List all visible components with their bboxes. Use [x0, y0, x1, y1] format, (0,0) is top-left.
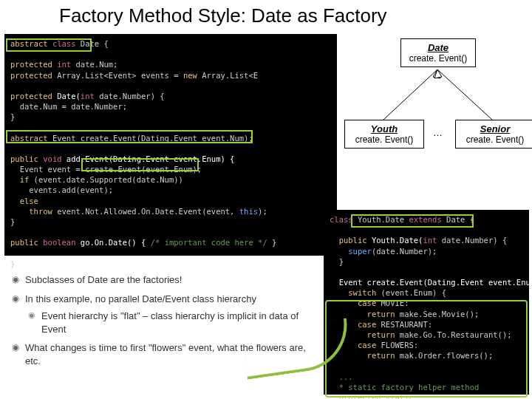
- uml-class-name: Youth: [345, 123, 423, 134]
- t: Event create.Event(Dating.Event event.En…: [330, 278, 532, 287]
- uml-class-senior: Senior create. Event(): [455, 120, 532, 149]
- t: protected: [10, 71, 52, 80]
- code-block-date: abstract class Date { protected int date…: [4, 34, 337, 256]
- t: events.add(event);: [10, 185, 113, 194]
- t: Date {: [76, 39, 109, 48]
- t: public: [10, 154, 38, 163]
- t: mak.Order.flowers();: [395, 351, 494, 360]
- t: class: [48, 39, 76, 48]
- t: Array.List<E: [197, 71, 258, 80]
- t: return: [330, 330, 395, 339]
- t: }: [10, 259, 15, 268]
- t: public: [10, 238, 38, 247]
- t: case: [330, 341, 376, 349]
- t: FLOWERS:: [376, 341, 418, 349]
- t: );: [258, 207, 267, 216]
- uml-class-youth: Youth create. Event(): [344, 120, 424, 149]
- code-block-youthdate: class Youth.Date extends Date { public Y…: [324, 210, 529, 395]
- t: int: [52, 60, 71, 69]
- t: Event make.See.Movie() { ret: [418, 393, 532, 399]
- t: case: [330, 320, 376, 329]
- t: * static factory helper method: [330, 383, 479, 392]
- uml-class-name: Senior: [456, 123, 532, 134]
- t: else: [10, 197, 38, 205]
- t: date.Num;: [71, 60, 117, 69]
- t: new: [183, 71, 197, 80]
- uml-class-date: Date create. Event(): [400, 38, 476, 67]
- t: case: [330, 299, 376, 307]
- t: date.Number) {: [437, 236, 507, 245]
- t: (event.date.Supported(date.Num)): [29, 175, 183, 184]
- t: }: [267, 238, 277, 247]
- bullet-item: Subclasses of Date are the factories!: [12, 273, 322, 287]
- t: Array.List<Event> events =: [52, 71, 183, 80]
- t: protected: [330, 393, 381, 399]
- t: }: [330, 257, 344, 266]
- t: make.See.Movie();: [395, 310, 480, 318]
- t: go.On.Date() {: [76, 238, 151, 247]
- t: MOVIE:: [376, 299, 409, 307]
- t: Date {: [442, 215, 474, 224]
- t: /* important code here */: [151, 238, 267, 247]
- t: abstract: [10, 134, 48, 143]
- uml-ellipsis: …: [433, 127, 443, 138]
- t: abstract: [10, 39, 48, 48]
- t: event.Not.Allowed.On.Date.Event(event,: [52, 207, 239, 216]
- t: switch: [330, 288, 376, 297]
- bullet-list: Subclasses of Date are the factories! In…: [12, 267, 322, 372]
- t: this: [239, 207, 258, 216]
- t: Event event = create.Event(event.Enum);: [10, 165, 202, 174]
- t: Date(: [52, 92, 81, 100]
- svg-line-2: [437, 69, 492, 120]
- bullet-item: In this example, no parallel Date/Event …: [12, 293, 322, 306]
- t: Youth.Date(: [367, 236, 423, 245]
- bullet-item: What changes is time to first "flowers" …: [12, 341, 322, 367]
- t: protected: [10, 60, 52, 69]
- t: int: [81, 92, 95, 100]
- t: extends: [409, 215, 441, 224]
- t: }: [10, 112, 15, 121]
- t: static: [381, 393, 419, 399]
- t: date.Number) {: [95, 92, 165, 100]
- t: Youth.Date: [353, 215, 409, 224]
- uml-class-name: Date: [401, 42, 475, 53]
- t: (date.Number);: [372, 247, 437, 256]
- t: if: [10, 175, 29, 184]
- t: make.Go.To.Restaurant();: [395, 330, 512, 339]
- t: date.Num = date.Number;: [10, 102, 127, 111]
- slide-title: Factory Method Style: Date as Factory: [59, 4, 387, 27]
- t: return: [330, 310, 395, 318]
- t: }: [10, 217, 15, 226]
- t: boolean: [38, 238, 76, 247]
- t: void: [38, 154, 62, 163]
- t: ...: [330, 372, 353, 381]
- uml-method: create. Event(): [456, 134, 532, 145]
- t: super: [330, 247, 372, 256]
- t: Event create.Event(Dating.Event event.Nu…: [48, 134, 253, 143]
- t: add.Event(Dating.Event event.Enum) {: [62, 154, 235, 163]
- t: protected: [10, 92, 52, 100]
- t: throw: [10, 207, 52, 216]
- t: (event.Enum) {: [376, 288, 446, 297]
- svg-line-0: [383, 69, 437, 120]
- t: class: [330, 215, 353, 224]
- uml-method: create. Event(): [345, 134, 423, 145]
- uml-diagram: Date create. Event() Youth create. Event…: [344, 38, 528, 157]
- t: public: [330, 236, 367, 245]
- t: RESTAURANT:: [376, 320, 432, 329]
- t: return: [330, 351, 395, 360]
- t: int: [423, 236, 437, 245]
- uml-method: create. Event(): [401, 53, 475, 64]
- bullet-subitem: Event hierarchy is "flat" – class hierar…: [28, 310, 322, 335]
